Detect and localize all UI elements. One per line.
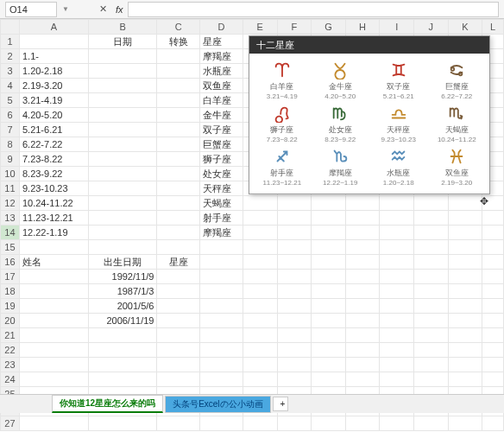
cell-D19[interactable] — [200, 299, 243, 314]
cell-B19[interactable]: 2001/5/6 — [88, 299, 157, 314]
cell-F19[interactable] — [277, 299, 312, 314]
cell-L24[interactable] — [482, 372, 504, 387]
cell-J15[interactable] — [413, 240, 448, 255]
cell-C12[interactable] — [157, 196, 200, 211]
cell-C8[interactable] — [157, 137, 200, 152]
cell-E16[interactable] — [243, 255, 277, 270]
name-box[interactable]: O14 — [5, 2, 57, 17]
cell-L16[interactable] — [482, 255, 504, 270]
cell-H13[interactable] — [345, 211, 380, 226]
cell-C2[interactable] — [157, 49, 200, 64]
zodiac-item-0[interactable]: 白羊座3.21~4.19 — [253, 60, 312, 100]
cell-I20[interactable] — [380, 314, 414, 328]
select-all[interactable] — [1, 20, 20, 35]
cell-L23[interactable] — [482, 358, 504, 372]
cell-F17[interactable] — [277, 270, 312, 284]
cell-C24[interactable] — [157, 372, 200, 387]
cell-E20[interactable] — [243, 314, 277, 328]
zodiac-item-2[interactable]: 双子座5.21~6.21 — [369, 60, 428, 100]
zodiac-item-1[interactable]: 金牛座4.20~5.20 — [312, 60, 370, 100]
cell-C19[interactable] — [157, 299, 200, 314]
row-header-7[interactable]: 7 — [1, 123, 20, 137]
cell-C18[interactable] — [157, 284, 200, 299]
cell-G14[interactable] — [312, 226, 346, 240]
cell-K23[interactable] — [448, 358, 482, 372]
cell-F21[interactable] — [277, 328, 312, 343]
cell-E22[interactable] — [243, 343, 277, 358]
cell-K12[interactable] — [448, 196, 482, 211]
cell-D8[interactable]: 巨蟹座 — [200, 137, 243, 152]
cell-C15[interactable] — [157, 240, 200, 255]
cell-C13[interactable] — [157, 211, 200, 226]
cell-H15[interactable] — [345, 240, 380, 255]
cell-B10[interactable] — [88, 167, 157, 181]
cell-L27[interactable] — [482, 416, 504, 431]
cell-F18[interactable] — [277, 284, 312, 299]
cell-B17[interactable]: 1992/11/9 — [88, 270, 157, 284]
cell-E12[interactable] — [243, 196, 277, 211]
cell-D16[interactable] — [200, 255, 243, 270]
cell-C10[interactable] — [157, 167, 200, 181]
cell-E13[interactable] — [243, 211, 277, 226]
row-header-9[interactable]: 9 — [1, 152, 20, 167]
row-header-10[interactable]: 10 — [1, 167, 20, 181]
cell-L19[interactable] — [482, 299, 504, 314]
cell-D1[interactable]: 星座 — [200, 35, 243, 49]
cell-B21[interactable] — [88, 328, 157, 343]
cell-D27[interactable] — [200, 416, 243, 431]
row-header-24[interactable]: 24 — [1, 372, 20, 387]
add-sheet-button[interactable]: + — [273, 397, 288, 411]
zodiac-item-11[interactable]: 双鱼座2.19~3.20 — [428, 147, 487, 187]
cell-J23[interactable] — [413, 358, 448, 372]
cell-D4[interactable]: 双鱼座 — [200, 79, 243, 93]
cell-A8[interactable]: 6.22-7.22 — [19, 137, 88, 152]
cell-A20[interactable] — [19, 314, 88, 328]
cell-F23[interactable] — [277, 358, 312, 372]
cell-I15[interactable] — [380, 240, 414, 255]
row-header-17[interactable]: 17 — [1, 270, 20, 284]
cell-A10[interactable]: 8.23-9.22 — [19, 167, 88, 181]
cell-H12[interactable] — [345, 196, 380, 211]
cell-G17[interactable] — [312, 270, 346, 284]
col-header-B[interactable]: B — [88, 20, 157, 35]
cell-A3[interactable]: 1.20-2.18 — [19, 64, 88, 79]
cell-I21[interactable] — [380, 328, 414, 343]
row-header-12[interactable]: 12 — [1, 196, 20, 211]
cell-D23[interactable] — [200, 358, 243, 372]
cell-J14[interactable] — [413, 226, 448, 240]
cell-E21[interactable] — [243, 328, 277, 343]
sheet-tab-1[interactable]: 你知道12星座怎么来的吗 — [52, 395, 163, 413]
cell-A22[interactable] — [19, 343, 88, 358]
cell-J18[interactable] — [413, 284, 448, 299]
cell-A23[interactable] — [19, 358, 88, 372]
cell-G16[interactable] — [312, 255, 346, 270]
cell-L14[interactable] — [482, 226, 504, 240]
cell-G20[interactable] — [312, 314, 346, 328]
formula-bar[interactable] — [128, 2, 499, 17]
cell-H19[interactable] — [345, 299, 380, 314]
row-header-20[interactable]: 20 — [1, 314, 20, 328]
row-header-15[interactable]: 15 — [1, 240, 20, 255]
worksheet-grid[interactable]: ABCDEFGHIJKL1日期转换星座21.1-摩羯座31.20-2.18水瓶座… — [0, 19, 504, 413]
cell-J27[interactable] — [413, 416, 448, 431]
cell-A11[interactable]: 9.23-10.23 — [19, 181, 88, 196]
cell-D22[interactable] — [200, 343, 243, 358]
cell-L20[interactable] — [482, 314, 504, 328]
row-header-23[interactable]: 23 — [1, 358, 20, 372]
col-header-J[interactable]: J — [413, 20, 448, 35]
cell-A2[interactable]: 1.1- — [19, 49, 88, 64]
cell-B22[interactable] — [88, 343, 157, 358]
cell-B6[interactable] — [88, 108, 157, 123]
cell-B24[interactable] — [88, 372, 157, 387]
cell-H21[interactable] — [345, 328, 380, 343]
cell-D3[interactable]: 水瓶座 — [200, 64, 243, 79]
cell-L22[interactable] — [482, 343, 504, 358]
cell-C5[interactable] — [157, 93, 200, 108]
cell-J16[interactable] — [413, 255, 448, 270]
cell-B5[interactable] — [88, 93, 157, 108]
cell-H16[interactable] — [345, 255, 380, 270]
cell-C20[interactable] — [157, 314, 200, 328]
cell-F15[interactable] — [277, 240, 312, 255]
row-header-5[interactable]: 5 — [1, 93, 20, 108]
zodiac-item-10[interactable]: 水瓶座1.20~2.18 — [369, 147, 428, 187]
